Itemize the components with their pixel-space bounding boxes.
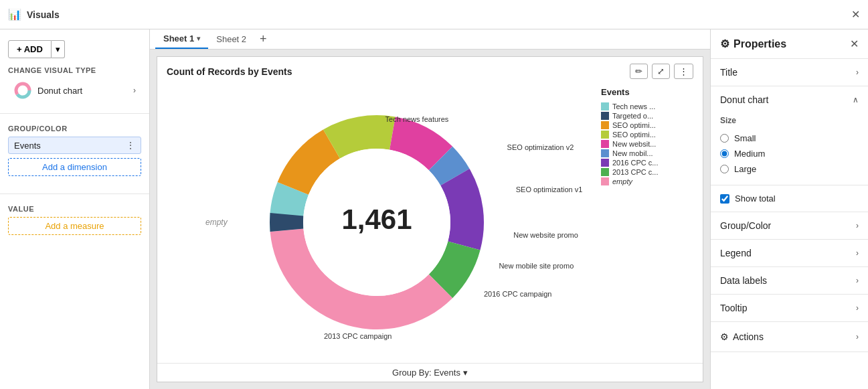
title-section: Title › — [711, 59, 868, 86]
menu-button[interactable]: ⋮ — [674, 64, 693, 79]
center-area: Sheet 1 ▾ Sheet 2 + Count of Records by … — [150, 29, 710, 389]
value-section: VALUE Add a measure — [0, 200, 149, 240]
properties-title-text: Properties — [733, 38, 786, 50]
show-total-row: Show total — [711, 185, 868, 212]
sidebar-add-section: + ADD ▾ CHANGE VISUAL TYPE Donut chart › — [0, 35, 149, 108]
center-value: 1,461 — [341, 204, 412, 235]
size-small-label: Small — [734, 133, 756, 143]
legend-color-7 — [601, 159, 609, 167]
show-total-checkbox[interactable] — [720, 194, 729, 204]
dimension-menu-icon[interactable]: ⋮ — [126, 140, 135, 151]
group-by-label: Group By: Events — [392, 368, 460, 378]
donut-section-chevron: ∧ — [853, 95, 859, 104]
legend-color-4 — [601, 131, 609, 139]
tooltip-section: Tooltip › — [711, 295, 868, 322]
change-visual-type-label: CHANGE VISUAL TYPE — [8, 66, 141, 74]
add-sheet-button[interactable]: + — [254, 32, 272, 46]
size-large-label: Large — [734, 164, 756, 174]
actions-section: ⚙ Actions › — [711, 322, 868, 352]
data-labels-chevron: › — [856, 276, 859, 285]
group-color-prop-label: Group/Color — [720, 220, 771, 231]
value-label: VALUE — [8, 205, 141, 213]
legend-label-4: SEO optimi... — [612, 131, 656, 139]
visual-type-row[interactable]: Donut chart › — [8, 78, 141, 102]
tooltip-header[interactable]: Tooltip › — [711, 295, 868, 321]
legend-item-6: New mobil... — [601, 149, 697, 157]
group-color-prop-header[interactable]: Group/Color › — [711, 212, 868, 239]
properties-header: ⚙ Properties ✕ — [711, 29, 868, 59]
actions-icon: ⚙ — [720, 331, 729, 342]
legend-prop-section: Legend › — [711, 240, 868, 267]
chart-actions: ✏ ⤢ ⋮ — [630, 64, 693, 79]
show-total-label: Show total — [735, 193, 776, 204]
actions-label: ⚙ Actions — [720, 331, 764, 342]
donut-section-header[interactable]: Donut chart ∧ — [711, 86, 868, 113]
legend-label-2: Targeted o... — [612, 112, 653, 120]
legend-item-3: SEO optimi... — [601, 121, 697, 129]
visual-type-chevron: › — [133, 86, 136, 95]
add-button-caret[interactable]: ▾ — [52, 40, 65, 58]
dimension-label: Events — [14, 141, 41, 151]
legend-item-8: 2013 CPC c... — [601, 168, 697, 176]
legend-color-8 — [601, 168, 609, 176]
size-label: Size — [720, 116, 859, 125]
legend-item-4: SEO optimi... — [601, 131, 697, 139]
add-button-group: + ADD ▾ — [8, 40, 141, 58]
visual-type-label: Donut chart — [37, 86, 128, 96]
data-labels-label: Data labels — [720, 275, 767, 286]
add-button[interactable]: + ADD — [8, 40, 52, 58]
size-large-radio[interactable] — [720, 165, 729, 173]
legend-label-6: New mobil... — [612, 149, 653, 157]
tooltip-label: Tooltip — [720, 303, 747, 313]
group-color-prop-chevron: › — [856, 221, 859, 230]
group-by[interactable]: Group By: Events ▾ — [392, 368, 468, 378]
legend-item-2: Targeted o... — [601, 112, 697, 120]
data-labels-section: Data labels › — [711, 267, 868, 295]
actions-chevron: › — [856, 332, 859, 341]
sheet-tab-1[interactable]: Sheet 1 ▾ — [155, 29, 208, 49]
title-section-header[interactable]: Title › — [711, 59, 868, 86]
legend-area: Events Tech news ... Targeted o... SEO o… — [596, 82, 703, 363]
top-bar-close-button[interactable]: ✕ — [851, 8, 860, 21]
dimension-pill[interactable]: Events ⋮ — [8, 137, 141, 154]
legend-label-7: 2016 CPC c... — [612, 159, 658, 167]
top-bar: 📊 Visuals ✕ — [0, 0, 868, 29]
legend-item-7: 2016 CPC c... — [601, 159, 697, 167]
sheet-tab-2[interactable]: Sheet 2 — [208, 30, 254, 48]
legend-item-9: empty — [601, 177, 697, 185]
legend-label-1: Tech news ... — [612, 102, 655, 110]
size-medium-label: Medium — [734, 149, 765, 159]
divider-1 — [0, 113, 149, 114]
donut-chart-section: Donut chart ∧ Size Small Medium — [711, 86, 868, 185]
size-small-radio[interactable] — [720, 134, 729, 143]
size-medium-radio[interactable] — [720, 149, 729, 158]
group-by-caret: ▾ — [463, 368, 468, 378]
donut-wrapper: empty — [157, 82, 596, 363]
add-measure-box[interactable]: Add a measure — [8, 217, 141, 235]
donut-chart-icon — [13, 81, 32, 100]
expand-button[interactable]: ⤢ — [652, 64, 670, 79]
chart-header: Count of Records by Events ✏ ⤢ ⋮ — [157, 57, 703, 82]
edit-button[interactable]: ✏ — [630, 64, 648, 79]
legend-label-8: 2013 CPC c... — [612, 168, 658, 176]
properties-close-button[interactable]: ✕ — [850, 37, 859, 50]
legend-label-3: SEO optimi... — [612, 121, 656, 129]
group-color-label: GROUP/COLOR — [8, 125, 141, 133]
chart-container: Count of Records by Events ✏ ⤢ ⋮ empty — [157, 56, 703, 382]
legend-label-5: New websit... — [612, 140, 656, 148]
size-medium-row[interactable]: Medium — [720, 149, 859, 159]
data-labels-header[interactable]: Data labels › — [711, 267, 868, 294]
size-large-row[interactable]: Large — [720, 164, 859, 174]
main-layout: + ADD ▾ CHANGE VISUAL TYPE Donut chart ›… — [0, 29, 868, 389]
legend-prop-header[interactable]: Legend › — [711, 240, 868, 266]
sheet-2-label: Sheet 2 — [216, 34, 246, 44]
right-panel: ⚙ Properties ✕ Title › Donut chart ∧ Siz… — [710, 29, 868, 389]
add-dimension-box[interactable]: Add a dimension — [8, 158, 141, 176]
actions-row[interactable]: ⚙ Actions › — [711, 322, 868, 352]
properties-icon: ⚙ — [720, 37, 729, 50]
legend-prop-label: Legend — [720, 248, 752, 258]
size-small-row[interactable]: Small — [720, 133, 859, 143]
legend-item-5: New websit... — [601, 140, 697, 148]
chart-footer: Group By: Events ▾ — [157, 363, 703, 382]
group-color-prop-section: Group/Color › — [711, 212, 868, 240]
